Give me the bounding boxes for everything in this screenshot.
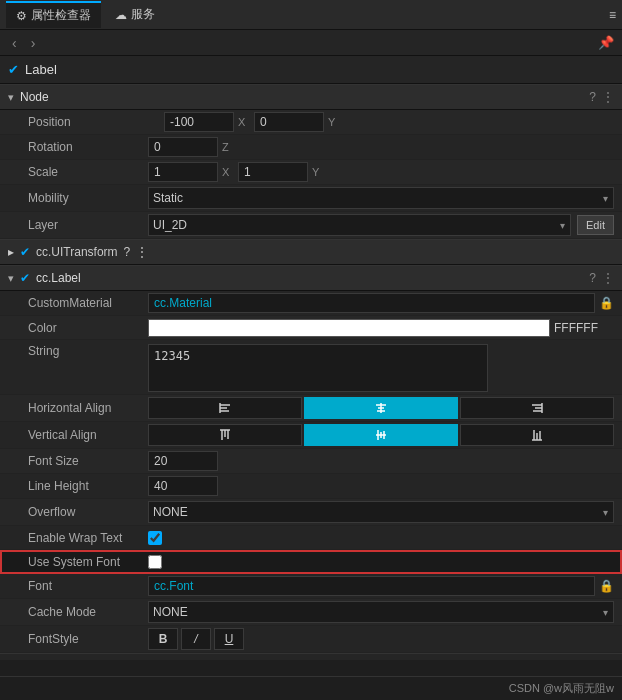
label-section-header: ✔ Label: [0, 56, 622, 84]
fontsize-row: Font Size: [0, 449, 622, 474]
nav-right: 📌: [598, 35, 614, 50]
position-y-input[interactable]: [254, 112, 324, 132]
horizontal-align-label: Horizontal Align: [28, 401, 148, 415]
tab-services[interactable]: ☁ 服务: [105, 2, 165, 27]
font-label: Font: [28, 579, 148, 593]
fontsize-value: [148, 451, 614, 471]
fontstyle-underline-button[interactable]: U: [214, 628, 244, 650]
horizontal-align-row: Horizontal Align: [0, 395, 622, 422]
fontstyle-value: B / U: [148, 628, 614, 650]
scale-y-input[interactable]: [238, 162, 308, 182]
node-info-icon[interactable]: ?: [589, 90, 596, 104]
lineheight-row: Line Height: [0, 474, 622, 499]
cclabel-more-icon[interactable]: ⋮: [602, 271, 614, 285]
mobility-select[interactable]: Static Dynamic: [148, 187, 614, 209]
cachemode-select[interactable]: NONE BITMAP CHAR: [148, 601, 614, 623]
scale-x-input[interactable]: [148, 162, 218, 182]
overflow-select[interactable]: NONE CLAMP SHRINK RESIZE_HEIGHT: [148, 501, 614, 523]
cachemode-label: Cache Mode: [28, 605, 148, 619]
cclabel-section-header: ▾ ✔ cc.Label ? ⋮: [0, 265, 622, 291]
uitransform-section-title: cc.UITransform: [36, 245, 118, 259]
tabs-left: ⚙ 属性检查器 ☁ 服务: [6, 1, 165, 28]
color-row: Color FFFFFF: [0, 316, 622, 340]
halign-center-icon: [374, 401, 388, 415]
bottom-bar: CSDN @w风雨无阻w: [0, 676, 622, 700]
scale-y-label: Y: [312, 166, 324, 178]
valign-bottom-button[interactable]: [460, 424, 614, 446]
scale-label: Scale: [28, 165, 148, 179]
cclabel-checkbox[interactable]: ✔: [20, 271, 30, 285]
mobility-label: Mobility: [28, 191, 148, 205]
use-system-font-checkbox[interactable]: [148, 555, 162, 569]
color-value: FFFFFF: [148, 319, 614, 337]
enable-wrap-text-label: Enable Wrap Text: [28, 531, 148, 545]
enable-wrap-text-checkbox[interactable]: [148, 531, 162, 545]
position-value: X Y: [148, 112, 614, 132]
pin-icon[interactable]: 📌: [598, 35, 614, 50]
layer-row: Layer UI_2D Edit: [0, 212, 622, 239]
horizontal-align-value: [148, 397, 614, 419]
rotation-z-input[interactable]: [148, 137, 218, 157]
menu-icon[interactable]: ≡: [609, 8, 616, 22]
scale-row: Scale X Y: [0, 160, 622, 185]
valign-top-button[interactable]: [148, 424, 302, 446]
use-system-font-label: Use System Font: [28, 555, 148, 569]
inspector-scroll: ▾ Node ? ⋮ Position X Y Rotation Z Scale…: [0, 84, 622, 660]
nav-forward-button[interactable]: ›: [27, 33, 40, 53]
add-component-row: 添加组件: [0, 653, 622, 660]
layer-edit-button[interactable]: Edit: [577, 215, 614, 235]
cachemode-row: Cache Mode NONE BITMAP CHAR: [0, 599, 622, 626]
halign-right-button[interactable]: [460, 397, 614, 419]
uitransform-info-icon[interactable]: ?: [124, 245, 131, 259]
fontstyle-bold-button[interactable]: B: [148, 628, 178, 650]
color-label: Color: [28, 321, 148, 335]
label-checkbox[interactable]: ✔: [8, 62, 19, 77]
position-x-input[interactable]: [164, 112, 234, 132]
services-icon: ☁: [115, 8, 127, 22]
cclabel-info-icon[interactable]: ?: [589, 271, 596, 285]
nav-back-button[interactable]: ‹: [8, 33, 21, 53]
use-system-font-row: Use System Font: [0, 550, 622, 574]
node-chevron-icon[interactable]: ▾: [8, 91, 14, 104]
halign-center-button[interactable]: [304, 397, 458, 419]
enable-wrap-text-value: [148, 531, 614, 545]
valign-middle-button[interactable]: [304, 424, 458, 446]
enable-wrap-text-row: Enable Wrap Text: [0, 526, 622, 550]
bottom-text: CSDN @w风雨无阻w: [509, 681, 614, 696]
mobility-value: Static Dynamic: [148, 187, 614, 209]
fontstyle-buttons: B / U: [148, 628, 244, 650]
nav-row: ‹ › 📌: [0, 30, 622, 56]
uitransform-chevron-icon[interactable]: ▸: [8, 245, 14, 259]
lineheight-input[interactable]: [148, 476, 218, 496]
uitransform-checkbox[interactable]: ✔: [20, 245, 30, 259]
valign-top-icon: [218, 428, 232, 442]
tab-inspector[interactable]: ⚙ 属性检查器: [6, 1, 101, 28]
tab-bar: ⚙ 属性检查器 ☁ 服务 ≡: [0, 0, 622, 30]
fontstyle-label: FontStyle: [28, 632, 148, 646]
node-more-icon[interactable]: ⋮: [602, 90, 614, 104]
font-value: cc.Font 🔒: [148, 576, 614, 596]
scale-x-label: X: [222, 166, 234, 178]
custommaterial-value: cc.Material 🔒: [148, 293, 614, 313]
halign-left-icon: [218, 401, 232, 415]
position-row: Position X Y: [0, 110, 622, 135]
layer-select[interactable]: UI_2D: [148, 214, 571, 236]
custommaterial-field[interactable]: cc.Material: [148, 293, 595, 313]
rotation-label: Rotation: [28, 140, 148, 154]
tab-services-label: 服务: [131, 6, 155, 23]
cclabel-section-title: cc.Label: [36, 271, 583, 285]
halign-left-button[interactable]: [148, 397, 302, 419]
color-swatch[interactable]: [148, 319, 550, 337]
scale-value: X Y: [148, 162, 614, 182]
string-textarea[interactable]: 12345: [148, 344, 488, 392]
font-field[interactable]: cc.Font: [148, 576, 595, 596]
vertical-align-buttons: [148, 424, 614, 446]
fontstyle-italic-button[interactable]: /: [181, 628, 211, 650]
cclabel-chevron-icon[interactable]: ▾: [8, 272, 14, 285]
uitransform-more-icon[interactable]: ⋮: [136, 245, 148, 259]
cachemode-value: NONE BITMAP CHAR: [148, 601, 614, 623]
string-value: 12345: [148, 344, 614, 392]
label-section-title: Label: [25, 62, 57, 77]
fontsize-input[interactable]: [148, 451, 218, 471]
mobility-row: Mobility Static Dynamic: [0, 185, 622, 212]
